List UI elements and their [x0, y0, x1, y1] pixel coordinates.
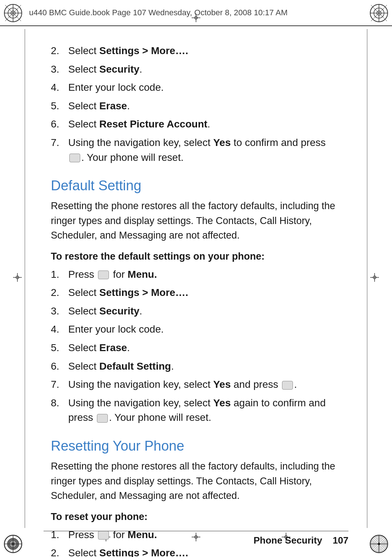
footer-label: Phone Security: [253, 535, 322, 546]
step-num: 3.: [51, 304, 68, 319]
key-icon: [69, 154, 80, 162]
step-num: 7.: [51, 377, 68, 392]
crosshair-right-mid: [370, 273, 379, 284]
step-text: Using the navigation key, select Yes and…: [68, 377, 341, 392]
step-text: Enter your lock code.: [68, 322, 341, 337]
step-num: 6.: [51, 359, 68, 374]
key-icon: [282, 381, 293, 390]
default-setting-heading: Default Setting: [51, 178, 341, 194]
step-item: 4. Enter your lock code.: [51, 80, 341, 95]
resetting-phone-description: Resetting the phone restores all the fac…: [51, 459, 341, 503]
step-num: 6.: [51, 117, 68, 132]
main-content: 2. Select Settings > More…. 3. Select Se…: [44, 29, 348, 521]
step-num: 8.: [51, 396, 68, 425]
default-setting-description: Resetting the phone restores all the fac…: [51, 199, 341, 243]
step-text: Select Settings > More….: [68, 44, 341, 58]
step-num: 2.: [51, 546, 68, 557]
step-text: Using the navigation key, select Yes to …: [68, 135, 341, 165]
step-item: 6. Select Default Setting.: [51, 359, 341, 374]
side-line-right: [367, 29, 367, 528]
step-text: Select Security.: [68, 304, 341, 319]
key-icon: [98, 271, 109, 279]
step-text: Using the navigation key, select Yes aga…: [68, 396, 341, 425]
step-item: 8. Using the navigation key, select Yes …: [51, 396, 341, 425]
side-line-left: [25, 29, 25, 528]
step-text: Select Erase.: [68, 341, 341, 355]
step-num: 3.: [51, 62, 68, 77]
step-item: 2. Select Settings > More….: [51, 546, 341, 557]
step-item: 5. Select Erase.: [51, 99, 341, 114]
step-text: Select Settings > More….: [68, 546, 341, 557]
step-item: 3. Select Security.: [51, 304, 341, 319]
prior-steps-list: 2. Select Settings > More…. 3. Select Se…: [51, 44, 341, 165]
footer-page: 107: [333, 535, 348, 546]
step-item: 2. Select Settings > More….: [51, 44, 341, 58]
header-text: u440 BMC Guide.book Page 107 Wednesday, …: [29, 8, 287, 17]
step-num: 7.: [51, 135, 68, 165]
step-item: 7. Using the navigation key, select Yes …: [51, 377, 341, 392]
step-text: Select Reset Picture Account.: [68, 117, 341, 132]
step-item: 2. Select Settings > More….: [51, 285, 341, 300]
step-num: 4.: [51, 80, 68, 95]
step-item: 6. Select Reset Picture Account.: [51, 117, 341, 132]
step-num: 5.: [51, 341, 68, 355]
header-bar: u440 BMC Guide.book Page 107 Wednesday, …: [0, 0, 392, 26]
step-item: 1. Press for Menu.: [51, 267, 341, 282]
reg-mark-bottom-left: [3, 534, 23, 554]
key-icon: [97, 414, 108, 423]
step-num: 2.: [51, 285, 68, 300]
step-text: Enter your lock code.: [68, 80, 341, 95]
step-num: 4.: [51, 322, 68, 337]
resetting-phone-heading: Resetting Your Phone: [51, 438, 341, 454]
step-item: 3. Select Security.: [51, 62, 341, 77]
step-item: 4. Enter your lock code.: [51, 322, 341, 337]
step-text: Select Security.: [68, 62, 341, 77]
step-num: 5.: [51, 99, 68, 114]
step-text: Select Default Setting.: [68, 359, 341, 374]
crosshair-left-mid: [13, 273, 22, 284]
step-item: 5. Select Erase.: [51, 341, 341, 355]
default-setting-subheading: To restore the default settings on your …: [51, 251, 341, 262]
reg-mark-bottom-right: [369, 534, 389, 554]
step-item: 7. Using the navigation key, select Yes …: [51, 135, 341, 165]
footer: Phone Security 107: [44, 531, 348, 546]
step-text: Select Erase.: [68, 99, 341, 114]
resetting-phone-subheading: To reset your phone:: [51, 511, 341, 523]
default-setting-steps: 1. Press for Menu. 2. Select Settings > …: [51, 267, 341, 425]
step-num: 2.: [51, 44, 68, 58]
step-num: 1.: [51, 267, 68, 282]
footer-text: Phone Security 107: [253, 535, 348, 546]
step-text: Press for Menu.: [68, 267, 341, 282]
step-text: Select Settings > More….: [68, 285, 341, 300]
